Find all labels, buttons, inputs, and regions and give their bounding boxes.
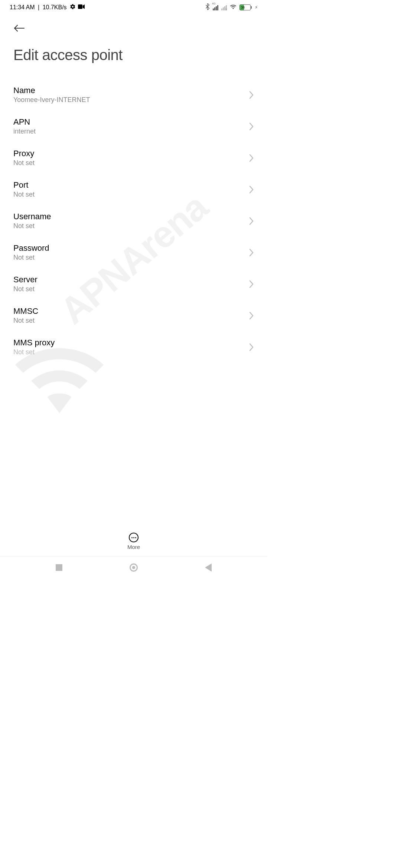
status-time: 11:34 AM [10,4,35,11]
field-mms-proxy-label: MMS proxy [13,338,55,348]
chevron-right-icon [249,343,254,351]
battery-percent: 38 [241,6,245,9]
field-mms-proxy[interactable]: MMS proxy Not set [0,331,267,363]
field-proxy-label: Proxy [13,149,35,158]
bluetooth-icon [205,3,210,11]
field-proxy-value: Not set [13,159,35,167]
field-password-value: Not set [13,254,49,262]
system-nav-bar [0,556,267,579]
field-name-value: Yoomee-Ivery-INTERNET [13,96,90,104]
field-mmsc-value: Not set [13,317,38,325]
chevron-right-icon [249,217,254,225]
field-apn-value: internet [13,128,36,135]
chevron-right-icon [249,154,254,162]
status-netspeed: 10.7KB/s [43,4,67,11]
field-username[interactable]: Username Not set [0,205,267,237]
field-mmsc[interactable]: MMSC Not set [0,300,267,331]
field-username-value: Not set [13,222,51,230]
signal-sim1-icon: 4G [213,4,218,10]
svg-rect-0 [78,4,82,9]
field-proxy[interactable]: Proxy Not set [0,142,267,174]
field-apn[interactable]: APN internet [0,111,267,142]
settings-list: Name Yoomee-Ivery-INTERNET APN internet … [0,79,267,363]
field-port[interactable]: Port Not set [0,174,267,205]
nav-back-button[interactable] [205,563,212,572]
page-title: Edit access point [13,47,254,63]
chevron-right-icon [249,91,254,99]
field-password-label: Password [13,243,49,253]
field-server-label: Server [13,275,38,285]
gear-icon [70,4,76,11]
field-password[interactable]: Password Not set [0,237,267,268]
chevron-right-icon [249,249,254,257]
chevron-right-icon [249,280,254,288]
field-port-label: Port [13,180,35,190]
signal-sim2-icon: ✕ [221,4,227,10]
field-mms-proxy-value: Not set [13,348,55,356]
video-icon [78,4,85,11]
field-name-label: Name [13,86,90,95]
field-username-label: Username [13,212,51,221]
battery-icon: 38 [239,4,252,10]
back-button[interactable] [13,22,25,34]
chevron-right-icon [249,312,254,320]
field-name[interactable]: Name Yoomee-Ivery-INTERNET [0,79,267,111]
field-mmsc-label: MMSC [13,306,38,316]
network-type: 4G [212,2,215,5]
field-apn-label: APN [13,117,36,127]
nav-recents-button[interactable] [56,564,62,571]
field-port-value: Not set [13,191,35,198]
charging-icon: ⚡︎ [255,5,258,10]
field-server[interactable]: Server Not set [0,268,267,300]
chevron-right-icon [249,122,254,131]
wifi-icon [230,4,237,11]
chevron-right-icon [249,185,254,194]
field-server-value: Not set [13,285,38,293]
status-left: 11:34 AM | 10.7KB/s [10,4,85,11]
status-bar: 11:34 AM | 10.7KB/s 4G ✕ 38 [0,0,267,15]
status-right: 4G ✕ 38 ⚡︎ [205,3,258,11]
nav-home-button[interactable] [130,563,138,572]
